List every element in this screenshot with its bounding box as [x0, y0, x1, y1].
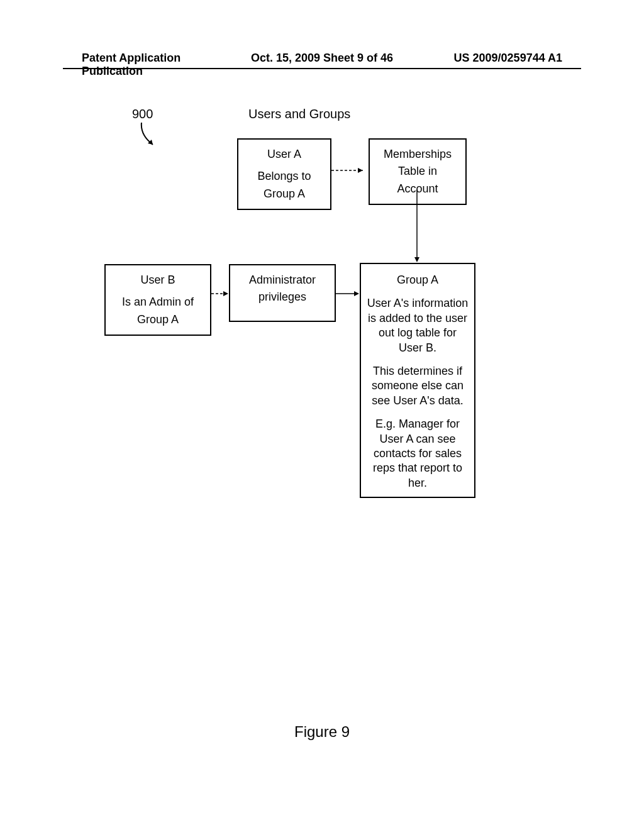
arrow-user-b-to-admin [211, 290, 230, 297]
header-date-sheet: Oct. 15, 2009 Sheet 9 of 46 [242, 52, 402, 78]
group-a-title: Group A [366, 273, 469, 287]
arrow-memberships-to-group-a [414, 190, 420, 265]
admin-line1: Administrator [235, 273, 330, 287]
box-user-a: User A Belongs to Group A [237, 138, 331, 210]
box-administrator: Administrator privileges [229, 264, 336, 322]
memberships-line2: Table in [375, 164, 460, 179]
user-b-line1: User B [111, 273, 205, 287]
memberships-line1: Memberships [375, 147, 460, 162]
reference-arrow-icon [135, 123, 160, 151]
figure-label: Figure 9 [0, 723, 644, 741]
user-b-line2: Is an Admin of [111, 295, 205, 309]
user-a-line3: Group A [243, 187, 325, 201]
user-a-line1: User A [243, 147, 325, 162]
page-header: Patent Application Publication Oct. 15, … [0, 52, 644, 78]
arrow-admin-to-group-a [336, 290, 361, 297]
diagram-container: 900 Users and Groups User A Belongs to G… [0, 82, 644, 648]
group-a-para3: E.g. Manager for User A can see contacts… [366, 417, 469, 490]
diagram-title: Users and Groups [248, 107, 350, 121]
group-a-para2: This determines if someone else can see … [366, 364, 469, 408]
group-a-para1: User A's information is added to the use… [366, 296, 469, 355]
box-group-a: Group A User A's information is added to… [360, 263, 475, 498]
header-rule [63, 68, 581, 69]
user-b-line3: Group A [111, 313, 205, 327]
admin-line2: privileges [235, 290, 330, 304]
box-user-b: User B Is an Admin of Group A [104, 264, 211, 336]
header-publication: Patent Application Publication [82, 52, 242, 78]
user-a-line2: Belongs to [243, 169, 325, 184]
arrow-user-a-to-memberships [331, 167, 369, 174]
reference-number: 900 [132, 107, 153, 121]
header-patent-number: US 2009/0259744 A1 [402, 52, 562, 78]
